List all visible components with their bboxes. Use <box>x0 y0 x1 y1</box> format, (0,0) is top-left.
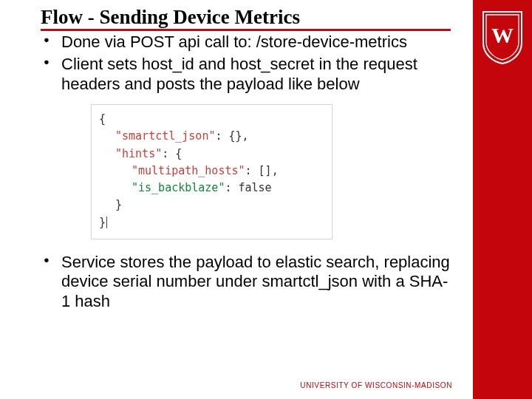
bullet-list-bottom: Service stores the payload to elastic se… <box>41 253 451 311</box>
bullet-item: Done via POST api call to: /store-device… <box>61 33 451 52</box>
content-area: Flow - Sending Device Metrics Done via P… <box>41 6 451 314</box>
code-key: "hints" <box>115 147 162 160</box>
uw-crest-icon: W <box>482 10 523 65</box>
slide-title: Flow - Sending Device Metrics <box>41 6 451 31</box>
bullet-list-top: Done via POST api call to: /store-device… <box>41 33 451 94</box>
bullet-item: Client sets host_id and host_secret in t… <box>61 55 451 94</box>
cursor-icon <box>106 216 107 228</box>
code-line: } <box>99 216 106 229</box>
code-text: : { <box>162 147 182 160</box>
code-line: } <box>99 197 122 214</box>
code-block: { "smartctl_json": {}, "hints": { "multi… <box>91 104 332 239</box>
code-text: : [], <box>245 164 279 177</box>
footer-text: UNIVERSITY OF WISCONSIN-MADISON <box>300 381 452 389</box>
bullet-item: Service stores the payload to elastic se… <box>61 253 451 311</box>
code-key: "is_backblaze" <box>132 181 225 194</box>
svg-text:W: W <box>491 23 514 47</box>
code-text: : {}, <box>215 129 248 143</box>
code-key: "multipath_hosts" <box>132 164 245 177</box>
code-text: : false <box>225 181 271 194</box>
code-key: "smartctl_json" <box>115 129 215 143</box>
slide: W Flow - Sending Device Metrics Done via… <box>0 0 532 399</box>
code-line: { <box>99 112 106 126</box>
